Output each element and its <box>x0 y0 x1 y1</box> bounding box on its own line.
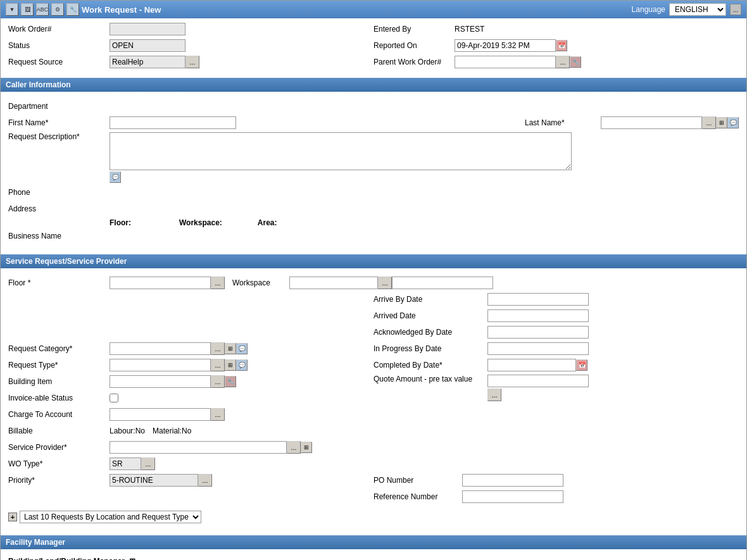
wo-type-ellipsis[interactable]: ... <box>141 457 155 470</box>
request-type-ellipsis[interactable]: ... <box>211 359 225 371</box>
request-source-input[interactable] <box>110 56 185 68</box>
request-desc-textarea[interactable] <box>110 132 572 170</box>
status-label: Status <box>8 41 110 50</box>
service-provider-label: Service Provider* <box>8 443 110 452</box>
billable-label: Billable <box>8 426 110 435</box>
language-select[interactable]: ENGLISH <box>669 3 726 16</box>
request-category-grid-icon[interactable]: ⊞ <box>225 343 236 354</box>
window-title: Work Request - New <box>82 5 161 15</box>
reported-on-input[interactable] <box>455 39 556 52</box>
window-menu-icon[interactable]: ▼ <box>6 3 18 16</box>
service-provider-ellipsis[interactable]: ... <box>287 441 301 454</box>
first-name-input[interactable] <box>110 116 236 129</box>
toolbar-icon-1[interactable]: 🖼 <box>21 3 34 16</box>
service-provider-row: Service Provider* ... ⊞ <box>8 440 374 454</box>
building-grid-icon[interactable]: ⊞ <box>129 557 135 560</box>
reference-number-input[interactable] <box>462 490 563 503</box>
request-source-label: Request Source <box>8 58 110 66</box>
facility-manager-content: Building/Land/Building Manager ⊞ 💬 / FMZ… <box>1 552 746 560</box>
request-category-input[interactable] <box>110 342 211 355</box>
spacer-right2 <box>374 418 739 432</box>
in-progress-label: In Progress By Date <box>374 344 487 353</box>
area-static-label: Area: <box>258 218 277 227</box>
parent-work-order-input[interactable] <box>455 56 556 68</box>
workspace-label: Workspace <box>232 278 289 287</box>
floor-area-row: Floor: Workspace: Area: <box>8 218 739 227</box>
parent-work-order-tool-icon[interactable]: 🔧 <box>570 56 581 68</box>
service-left-2: Request Category* ... ⊞ 💬 Request Type* … <box>8 342 374 506</box>
acknowledged-label: Acknowledged By Date <box>374 328 487 337</box>
plus-icon[interactable]: + <box>8 513 17 521</box>
material-label: Material: <box>153 426 182 435</box>
spacer-right5 <box>374 459 739 473</box>
entered-by-value: RSTEST <box>449 25 484 34</box>
quote-amount-ellipsis[interactable]: ... <box>487 389 501 401</box>
spacer-right <box>374 404 739 418</box>
last-name-chat-icon[interactable]: 💬 <box>727 117 739 128</box>
spacer-right3 <box>374 432 739 445</box>
parent-work-order-ellipsis[interactable]: ... <box>556 56 570 68</box>
request-type-input[interactable] <box>110 359 211 371</box>
request-type-grid-icon[interactable]: ⊞ <box>225 359 236 371</box>
last-name-ellipsis[interactable]: ... <box>702 116 716 129</box>
app-window: ▼ 🖼 ABC ⚙ 🔧 Work Request - New Language … <box>0 0 747 560</box>
workspace-extra-input[interactable] <box>392 277 493 289</box>
building-item-input[interactable] <box>110 375 211 388</box>
requests-dropdown[interactable]: Last 10 Requests By Location and Request… <box>20 511 201 523</box>
request-category-chat-icon[interactable]: 💬 <box>236 343 248 354</box>
work-order-input[interactable] <box>110 23 185 35</box>
charge-account-ellipsis[interactable]: ... <box>211 408 225 421</box>
service-provider-grid-icon[interactable]: ⊞ <box>301 442 312 453</box>
floor-input[interactable] <box>110 277 211 289</box>
po-number-input[interactable] <box>462 474 563 487</box>
last-name-grid-icon[interactable]: ⊞ <box>716 117 727 128</box>
toolbar-icon-3[interactable]: ⚙ <box>51 3 64 16</box>
completed-by-input[interactable] <box>487 359 576 371</box>
status-input[interactable] <box>110 39 185 52</box>
floor-ellipsis[interactable]: ... <box>211 277 225 289</box>
spacer-right4 <box>374 445 739 459</box>
quote-amount-input[interactable] <box>487 375 589 387</box>
work-order-row: Work Order# <box>8 22 374 36</box>
invoiceable-checkbox[interactable] <box>110 394 118 402</box>
service-two-col: Arrive By Date Arrived Date Acknowledged… <box>8 292 739 342</box>
reported-on-label: Reported On <box>374 41 449 50</box>
charge-account-label: Charge To Account <box>8 410 110 419</box>
workspace-ellipsis[interactable]: ... <box>378 277 392 289</box>
first-name-label: First Name* <box>8 118 110 127</box>
building-item-tool-icon[interactable]: 🔧 <box>225 376 236 387</box>
service-provider-input[interactable] <box>110 441 287 454</box>
acknowledged-input[interactable] <box>487 326 589 339</box>
parent-work-order-row: Parent Work Order# ... 🔧 <box>374 55 739 69</box>
more-button[interactable]: ... <box>730 4 741 15</box>
request-desc-chat-icon[interactable]: 💬 <box>110 171 121 183</box>
reported-on-calendar-icon[interactable]: 📅 <box>556 40 567 51</box>
toolbar-icon-4[interactable]: 🔧 <box>66 3 79 16</box>
title-bar-right: Language ENGLISH ... <box>632 3 741 16</box>
completed-by-calendar-icon[interactable]: 📅 <box>576 359 587 371</box>
building-manager-row: Building/Land/Building Manager ⊞ 💬 / <box>8 557 739 560</box>
last-name-input[interactable] <box>601 116 702 129</box>
building-item-ellipsis[interactable]: ... <box>211 375 225 388</box>
wo-type-input[interactable] <box>110 457 141 470</box>
priority-input[interactable] <box>110 474 198 487</box>
priority-label: Priority* <box>8 476 110 485</box>
address-label: Address <box>8 204 110 213</box>
request-desc-row: Request Description* 💬 <box>8 132 739 183</box>
work-order-label: Work Order# <box>8 25 110 34</box>
arrive-by-input[interactable] <box>487 293 589 306</box>
header-fields: Work Order# Status Request Source ... En… <box>8 22 739 72</box>
floor-workspace-row: Floor * ... Workspace ... <box>8 276 739 290</box>
charge-account-row: Charge To Account ... <box>8 408 374 421</box>
request-desc-label: Request Description* <box>8 132 110 141</box>
request-type-chat-icon[interactable]: 💬 <box>236 359 248 371</box>
charge-account-input[interactable] <box>110 408 211 421</box>
toolbar-icon-2[interactable]: ABC <box>36 3 49 16</box>
in-progress-input[interactable] <box>487 342 589 355</box>
arrived-input[interactable] <box>487 309 589 322</box>
workspace-input[interactable] <box>289 277 378 289</box>
request-source-ellipsis[interactable]: ... <box>185 56 199 68</box>
request-category-ellipsis[interactable]: ... <box>211 342 225 355</box>
priority-ellipsis[interactable]: ... <box>198 474 212 487</box>
service-request-content: Floor * ... Workspace ... Arrive By Date <box>1 271 746 532</box>
